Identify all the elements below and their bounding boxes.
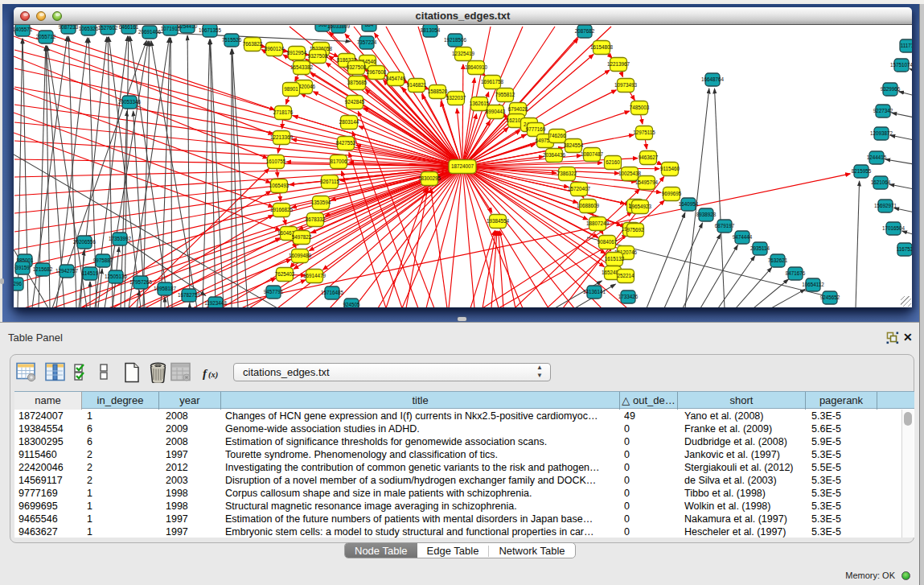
svg-text:746266: 746266 bbox=[548, 133, 566, 138]
svg-text:1610755: 1610755 bbox=[266, 159, 286, 164]
svg-text:6879197: 6879197 bbox=[715, 223, 735, 229]
svg-text:9975887: 9975887 bbox=[93, 257, 113, 263]
svg-text:9777169: 9777169 bbox=[526, 126, 546, 132]
svg-text:1353594: 1353594 bbox=[311, 200, 331, 205]
svg-text:16154808: 16154808 bbox=[590, 44, 614, 50]
svg-text:9463627: 9463627 bbox=[639, 154, 659, 160]
svg-text:16961758: 16961758 bbox=[481, 79, 504, 84]
svg-text:15692971: 15692971 bbox=[874, 203, 897, 208]
svg-text:15751074: 15751074 bbox=[890, 62, 912, 68]
svg-text:15716485: 15716485 bbox=[321, 290, 344, 295]
svg-text:7386322: 7386322 bbox=[557, 171, 577, 176]
svg-text:16543382: 16543382 bbox=[290, 64, 314, 70]
svg-text:10807487: 10807487 bbox=[581, 151, 604, 157]
svg-text:15495794: 15495794 bbox=[635, 179, 659, 185]
svg-text:3824554: 3824554 bbox=[564, 142, 584, 148]
svg-text:17353992: 17353992 bbox=[109, 236, 132, 241]
svg-text:1615132: 1615132 bbox=[605, 256, 625, 262]
svg-text:884: 884 bbox=[365, 25, 374, 27]
svg-text:8215955: 8215955 bbox=[852, 168, 872, 174]
svg-text:19384554: 19384554 bbox=[487, 218, 510, 224]
svg-text:12975115: 12975115 bbox=[633, 130, 655, 135]
svg-text:908: 908 bbox=[318, 25, 327, 27]
svg-text:9084067: 9084067 bbox=[598, 239, 618, 245]
svg-text:7485003: 7485003 bbox=[630, 105, 650, 110]
svg-text:19654923: 19654923 bbox=[629, 204, 652, 209]
svg-text:9146821: 9146821 bbox=[407, 82, 427, 88]
svg-text:39159: 39159 bbox=[15, 265, 30, 270]
svg-text:6794028: 6794028 bbox=[508, 106, 528, 112]
svg-text:3267115: 3267115 bbox=[320, 179, 340, 184]
svg-text:7357224: 7357224 bbox=[357, 39, 377, 45]
svg-text:3296: 3296 bbox=[14, 281, 22, 286]
svg-text:8678332: 8678332 bbox=[306, 216, 326, 222]
svg-text:2935114: 2935114 bbox=[750, 245, 770, 251]
svg-text:17016504: 17016504 bbox=[882, 225, 906, 231]
svg-text:12325419: 12325419 bbox=[452, 51, 475, 56]
svg-text:17957265: 17957265 bbox=[129, 279, 153, 285]
svg-text:6466161: 6466161 bbox=[119, 25, 139, 30]
svg-text:8454749: 8454749 bbox=[386, 76, 406, 81]
svg-text:1405571: 1405571 bbox=[14, 27, 33, 32]
svg-text:924505: 924505 bbox=[343, 302, 360, 307]
svg-text:9242845: 9242845 bbox=[345, 99, 365, 105]
svg-text:8990443: 8990443 bbox=[486, 109, 506, 114]
svg-text:817006: 817006 bbox=[330, 159, 347, 164]
svg-text:8813054: 8813054 bbox=[421, 27, 441, 33]
svg-text:7515526: 7515526 bbox=[222, 37, 242, 43]
svg-text:16648764: 16648764 bbox=[701, 76, 725, 82]
svg-text:5322037: 5322037 bbox=[446, 95, 466, 101]
svg-text:116753: 116753 bbox=[897, 246, 912, 252]
svg-text:252214: 252214 bbox=[617, 273, 634, 278]
svg-text:9329966: 9329966 bbox=[881, 86, 901, 92]
svg-text:18300295: 18300295 bbox=[418, 175, 441, 181]
svg-text:1065326: 1065326 bbox=[79, 26, 99, 31]
svg-text:9245652: 9245652 bbox=[820, 295, 840, 300]
svg-text:2087682: 2087682 bbox=[575, 28, 595, 34]
svg-text:f: f bbox=[203, 367, 208, 380]
svg-text:12505135: 12505135 bbox=[105, 274, 128, 279]
svg-text:2718176: 2718176 bbox=[273, 109, 294, 115]
svg-text:1640954: 1640954 bbox=[679, 201, 699, 207]
svg-text:8938928: 8938928 bbox=[696, 212, 717, 217]
svg-text:14136141: 14136141 bbox=[583, 289, 606, 295]
svg-text:114519: 114519 bbox=[82, 270, 99, 276]
svg-text:8471676: 8471676 bbox=[786, 270, 806, 276]
svg-text:20691406: 20691406 bbox=[138, 29, 162, 35]
svg-text:10973493: 10973493 bbox=[614, 82, 638, 88]
svg-text:8427552: 8427552 bbox=[336, 140, 356, 146]
svg-text:10671355: 10671355 bbox=[199, 27, 222, 33]
svg-text:18724007: 18724007 bbox=[451, 163, 474, 169]
svg-text:11171: 11171 bbox=[901, 43, 912, 48]
svg-text:9254410: 9254410 bbox=[178, 25, 198, 29]
svg-text:12213967: 12213967 bbox=[607, 61, 630, 67]
svg-text:98901: 98901 bbox=[284, 86, 298, 92]
svg-text:9327508: 9327508 bbox=[308, 53, 328, 59]
svg-text:9699695: 9699695 bbox=[662, 191, 682, 196]
svg-text:1065493: 1065493 bbox=[269, 183, 290, 188]
svg-text:10025438: 10025438 bbox=[618, 171, 642, 176]
svg-text:7955812: 7955812 bbox=[495, 92, 515, 97]
svg-text:12942757: 12942757 bbox=[55, 268, 79, 274]
svg-text:2055712: 2055712 bbox=[36, 34, 56, 39]
svg-text:12093872: 12093872 bbox=[870, 130, 893, 136]
svg-text:3875685: 3875685 bbox=[347, 80, 368, 85]
svg-text:1244415: 1244415 bbox=[867, 154, 887, 160]
svg-text:19166825: 19166825 bbox=[270, 207, 294, 212]
svg-text:7663822: 7663822 bbox=[243, 41, 263, 47]
svg-text:9087233: 9087233 bbox=[59, 25, 79, 30]
svg-text:16099489: 16099489 bbox=[289, 253, 312, 258]
svg-text:12213369: 12213369 bbox=[270, 134, 294, 140]
svg-text:20053346: 20053346 bbox=[118, 99, 142, 105]
svg-text:1621064: 1621064 bbox=[871, 179, 891, 185]
svg-text:18807249: 18807249 bbox=[586, 220, 610, 226]
svg-text:8912954: 8912954 bbox=[287, 50, 307, 56]
svg-text:8960124: 8960124 bbox=[265, 46, 285, 51]
svg-text:10688609: 10688609 bbox=[577, 203, 600, 208]
svg-text:11923448: 11923448 bbox=[204, 300, 227, 306]
svg-text:62160: 62160 bbox=[606, 159, 620, 165]
svg-text:10958187: 10958187 bbox=[154, 286, 177, 291]
svg-text:7632621: 7632621 bbox=[768, 257, 788, 263]
svg-text:9327508: 9327508 bbox=[347, 64, 367, 70]
svg-text:9474444: 9474444 bbox=[733, 234, 753, 240]
